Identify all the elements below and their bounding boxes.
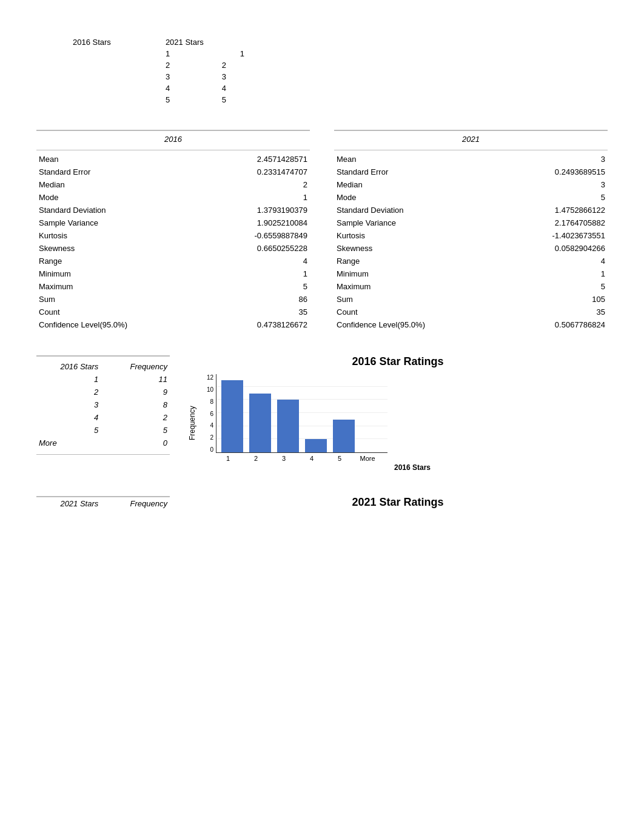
col1-header: 2016 Stars [73,36,129,48]
stat-row: Skewness0.6650255228 [36,242,310,255]
freq-section-2021: 2021 Stars Frequency 2021 Star Ratings [36,496,608,515]
col2-header: 2021 Stars [129,36,222,48]
freq-row-1: 1 11 [36,373,170,386]
stat-row: Skewness0.0582904266 [334,242,608,255]
stat-row: Range4 [334,255,608,267]
stat-row: Kurtosis-1.4023673551 [334,229,608,242]
bar-3 [277,400,299,452]
stats-table-2016: Mean2.4571428571 Standard Error0.2331474… [36,153,310,331]
mapping-row-5: 5 5 [73,94,244,106]
stats-row: 2016 Mean2.4571428571 Standard Error0.23… [36,130,608,331]
mapping-col1-2: 2 [129,59,222,71]
mapping-col2-4: 4 [222,82,244,94]
stat-row: Sample Variance1.9025210084 [36,216,310,229]
stat-row: Standard Deviation1.4752866122 [334,204,608,216]
mapping-row-4: 4 4 [73,82,244,94]
stat-row: Kurtosis-0.6559887849 [36,229,310,242]
mapping-col1-3: 3 [129,71,222,82]
mapping-col2-1: 1 [222,48,244,59]
freq-table-block-2021: 2021 Stars Frequency [36,496,170,510]
mapping-row-3: 3 3 [73,71,244,82]
mapping-row-1: 1 1 [73,48,244,59]
mapping-header-row: 2016 Stars 2021 Stars [73,36,244,48]
stat-row: Minimum1 [36,267,310,280]
stat-row: Mean2.4571428571 [36,153,310,166]
bar-4 [305,439,327,452]
stat-row: Count35 [334,306,608,318]
freq-col-freq-2021: Frequency [110,497,170,510]
freq-col-star: 2016 Stars [36,360,110,373]
stats-block-2016: 2016 Mean2.4571428571 Standard Error0.23… [36,130,310,331]
mapping-col1-5: 5 [129,94,222,106]
stat-row: Median2 [36,178,310,191]
bar-5 [333,420,355,452]
freq-table-2021: 2021 Stars Frequency [36,497,170,510]
freq-row-4: 4 2 [36,411,170,424]
stats-year-2021: 2021 [334,131,608,150]
freq-row-2: 2 9 [36,386,170,398]
stat-row: Standard Error0.2331474707 [36,166,310,178]
stat-row: Count35 [36,306,310,318]
mapping-col2-5: 5 [222,94,244,106]
stat-row: Mode5 [334,191,608,204]
bar-1 [221,380,243,452]
mapping-col2-2: 2 [222,59,244,71]
chart-block-2021: 2021 Star Ratings [188,496,608,515]
mapping-section: 2016 Stars 2021 Stars 1 1 2 2 3 3 4 4 5 … [36,36,608,106]
stat-row: Maximum5 [36,280,310,293]
freq-col-freq: Frequency [110,360,170,373]
freq-header-row: 2016 Stars Frequency [36,360,170,373]
mapping-col1-4: 4 [129,82,222,94]
freq-col-star-2021: 2021 Stars [36,497,110,510]
stat-row: Standard Deviation1.3793190379 [36,204,310,216]
chart-y-label-2016: Frequency [188,387,196,460]
mapping-table: 2016 Stars 2021 Stars 1 1 2 2 3 3 4 4 5 … [73,36,244,106]
stat-row: Range4 [36,255,310,267]
freq-year-2016: 2016 Stars Frequency 1 11 2 9 3 8 4 2 [36,357,170,455]
stat-row: Confidence Level(95.0%)0.5067786824 [334,318,608,331]
stat-row: Median3 [334,178,608,191]
freq-row-3: 3 8 [36,398,170,411]
chart-title-2021: 2021 Star Ratings [352,496,443,509]
chart-x-label-2016: 2016 Stars [201,463,608,472]
stats-year-2016: 2016 [36,131,310,150]
freq-table-block-2016: 2016 Stars Frequency 1 11 2 9 3 8 4 2 [36,355,170,457]
freq-row-more: More 0 [36,437,170,449]
stat-row: Confidence Level(95.0%)0.4738126672 [36,318,310,331]
mapping-col1-1: 1 [129,48,222,59]
freq-header-row-2021: 2021 Stars Frequency [36,497,170,510]
stat-row: Mode1 [36,191,310,204]
stat-row: Mean3 [334,153,608,166]
stats-block-2021: 2021 Mean3 Standard Error0.2493689515 Me… [334,130,608,331]
stats-table-2021: Mean3 Standard Error0.2493689515 Median3… [334,153,608,331]
stat-row: Maximum5 [334,280,608,293]
mapping-row-2: 2 2 [73,59,244,71]
freq-row-5: 5 5 [36,424,170,437]
freq-table-2016: 2016 Stars Frequency 1 11 2 9 3 8 4 2 [36,360,170,449]
stat-row: Sample Variance2.1764705882 [334,216,608,229]
stat-row: Sum86 [36,293,310,306]
stat-row: Standard Error0.2493689515 [334,166,608,178]
mapping-col2-3: 3 [222,71,244,82]
chart-title-2016: 2016 Star Ratings [352,355,443,368]
freq-section-2016: 2016 Stars Frequency 1 11 2 9 3 8 4 2 [36,355,608,472]
stat-row: Sum105 [334,293,608,306]
chart-block-2016: 2016 Star Ratings Frequency 0 2 4 6 8 [188,355,608,472]
bar-2 [249,394,271,453]
stat-row: Minimum1 [334,267,608,280]
